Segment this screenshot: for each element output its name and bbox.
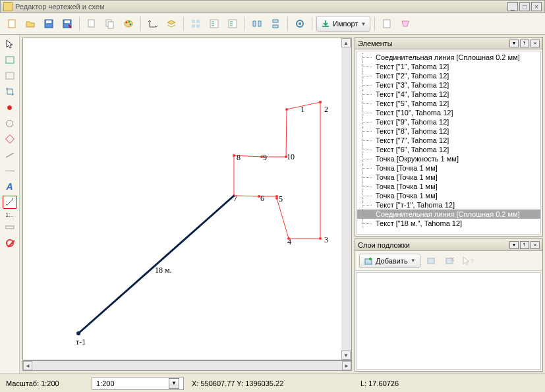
gear-button[interactable] [292,16,308,32]
valign-button[interactable] [268,16,283,32]
layer-delete-button[interactable] [443,254,457,268]
canvas[interactable]: 1234567891018 м.т-1 [22,38,352,360]
elements-tree[interactable]: Соединительная линия [Сплошная 0.2 мм]Те… [357,51,541,235]
open-button[interactable] [22,16,38,32]
diamond-tool[interactable] [3,132,17,146]
svg-rect-21 [273,25,278,28]
measure-tool[interactable] [3,196,17,209]
tree-item[interactable]: Текст ["5", Tahoma 12] [357,99,540,108]
maximize-button[interactable]: □ [519,2,530,11]
cut-button[interactable] [84,16,100,32]
tree-item[interactable]: Точка [Точка 1 мм] [357,173,540,182]
length-label: L: 17.60726 [357,377,462,390]
import-label: Импорт [333,20,358,28]
rect2-tool[interactable] [3,69,17,82]
svg-rect-26 [6,72,14,79]
tree-item[interactable]: Текст ["9", Tahoma 12] [357,117,540,126]
panel-close-button[interactable]: × [531,241,540,249]
svg-point-10 [129,21,130,23]
scale-combo[interactable]: 1:200 ▼ [92,377,184,390]
tree-item[interactable]: Текст ["1", Tahoma 12] [357,62,540,71]
title-bar: Редактор чертежей и схем _ □ × [0,0,545,13]
palette-button[interactable] [121,16,136,32]
scale-label: Масштаб: 1:200 [2,377,88,390]
axes-button[interactable] [145,16,161,32]
tree-item[interactable]: Соединительная линия [Сплошная 0.2 мм] [357,53,540,62]
tree-item[interactable]: Точка [Окружность 1 мм] [357,154,540,163]
svg-rect-14 [192,24,195,28]
tree-item[interactable]: Текст ["т-1", Tahoma 12] [357,200,540,210]
svg-rect-15 [196,24,200,28]
add-layer-button[interactable]: Добавить ▼ [359,254,420,268]
svg-rect-4 [65,20,70,23]
minimize-button[interactable]: _ [507,2,518,11]
elements-panel: Элементы ▾ ⫯ × Соединительная линия [Спл… [355,37,543,237]
doc2-button[interactable] [397,16,413,32]
line-tool[interactable] [3,148,17,161]
hline-tool[interactable] [3,164,17,177]
panel-pin-button[interactable]: ⫯ [520,40,529,47]
layer-edit-button[interactable] [424,254,439,268]
svg-text:2: 2 [324,105,328,114]
panel-pin-button[interactable]: ⫯ [520,241,529,249]
tree-item[interactable]: Соединительная линия [Сплошная 0.2 мм] [357,210,540,219]
tree-item[interactable]: Текст ["2", Tahoma 12] [357,71,540,80]
scroll-left-button[interactable]: ◄ [23,361,32,370]
panel-menu-button[interactable]: ▾ [509,40,519,47]
crop-tool[interactable] [3,85,17,98]
tree-item[interactable]: Текст ["18 м.", Tahoma 12] [357,219,540,228]
save-button[interactable] [41,16,57,32]
tree-item[interactable]: Текст ["10", Tahoma 12] [357,108,540,117]
horizontal-scrollbar[interactable]: ◄ ► [22,360,352,371]
panel-close-button[interactable]: × [531,40,540,47]
save-as-button[interactable] [59,16,75,32]
svg-point-45 [233,154,235,157]
svg-rect-18 [253,21,256,26]
point-tool[interactable] [3,101,17,114]
select-tool[interactable] [3,38,17,51]
tree-item[interactable]: Текст ["3", Tahoma 12] [357,80,540,90]
svg-text:6: 6 [260,194,264,203]
import-button[interactable]: Импорт ▼ [316,16,370,32]
halign-button[interactable] [249,16,265,32]
doc1-button[interactable] [379,16,395,32]
tree-item[interactable]: Точка [Точка 1 мм] [357,163,540,173]
list2-button[interactable] [225,16,241,32]
grid-button[interactable] [188,16,204,32]
layers-list[interactable] [357,272,541,370]
rect-tool[interactable] [3,53,17,67]
tree-item[interactable]: Текст ["6", Tahoma 12] [357,145,540,154]
svg-point-39 [319,237,322,240]
window-title: Редактор чертежей и схем [15,3,104,11]
dropdown-icon[interactable]: ▼ [169,378,179,389]
layer-pointer-button[interactable]: ? [461,254,476,268]
text-tool[interactable]: A [3,180,17,193]
scroll-right-button[interactable]: ► [342,361,351,370]
panel-menu-button[interactable]: ▾ [509,241,519,249]
svg-rect-19 [258,21,261,26]
tree-item[interactable]: Текст ["4", Tahoma 12] [357,90,540,99]
tree-item[interactable]: Точка [Точка 1 мм] [357,182,540,191]
svg-rect-13 [196,20,200,23]
scroll-up-button[interactable]: ▲ [341,38,351,47]
svg-point-49 [319,101,322,103]
ruler-tool[interactable] [3,221,17,234]
svg-rect-27 [6,226,14,229]
layers-panel: Слои подложки ▾ ⫯ × Добавить ▼ ? [355,238,543,372]
tree-item[interactable]: Текст ["7", Tahoma 12] [357,136,540,145]
elements-panel-title: Элементы [358,40,393,47]
tree-item[interactable]: Текст ["8", Tahoma 12] [357,126,540,136]
copy-button[interactable] [102,16,118,32]
circle-tool[interactable] [3,117,17,130]
forbid-icon [6,239,14,247]
new-button[interactable] [4,16,20,32]
svg-text:18 м.: 18 м. [155,266,172,275]
layers-button[interactable] [163,16,179,32]
scroll-down-button[interactable]: ▼ [341,350,351,360]
tree-item[interactable]: Точка [Точка 1 мм] [357,191,540,200]
close-button[interactable]: × [531,2,542,11]
list-button[interactable] [206,16,222,32]
vertical-scrollbar[interactable]: ▲ ▼ [341,38,352,360]
forbid-tool[interactable] [3,237,17,250]
svg-point-47 [285,155,287,158]
